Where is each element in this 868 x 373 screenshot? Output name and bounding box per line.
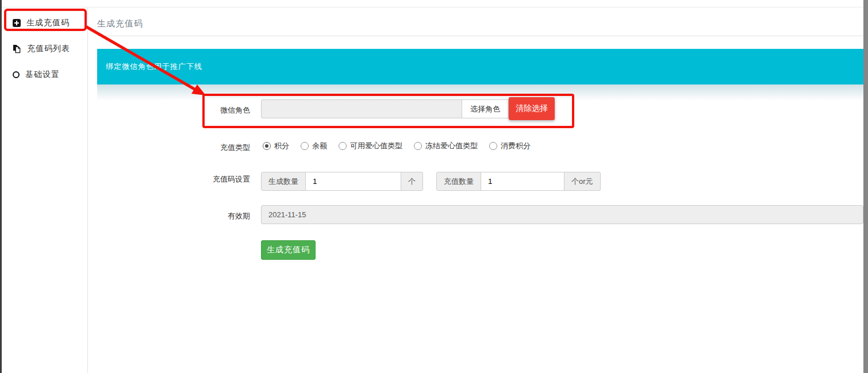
wechat-role-label: 微信角色 [97, 105, 250, 116]
recharge-qty-unit: 个or元 [564, 172, 601, 191]
window-left-edge [0, 0, 2, 373]
radio-option-usable-love-value[interactable]: 可用爱心值类型 [339, 141, 402, 151]
sidebar-item-generate-code[interactable]: 生成充值码 [2, 10, 87, 36]
generate-qty-input[interactable] [305, 172, 401, 191]
scrollbar[interactable] [863, 0, 868, 373]
title-divider [97, 36, 863, 36]
sidebar: 生成充值码 充值码列表 基础设置 [2, 8, 88, 373]
radio-option-points[interactable]: 积分 [263, 141, 289, 151]
generate-qty-unit: 个 [401, 172, 423, 191]
copy-icon [13, 44, 21, 53]
recharge-qty-group: 充值数量 个or元 [436, 172, 601, 191]
sidebar-item-label: 充值码列表 [27, 44, 70, 54]
page-title: 生成充值码 [97, 18, 143, 29]
radio-label: 积分 [274, 141, 289, 151]
validity-label: 有效期 [97, 211, 250, 221]
generate-qty-addon-label: 生成数量 [261, 172, 306, 191]
code-settings-label: 充值码设置 [97, 174, 250, 184]
radio-icon [414, 142, 422, 150]
radio-option-balance[interactable]: 余额 [301, 141, 327, 151]
main-content: 生成充值码 绑定微信角色用于推广下线 微信角色 选择角色 清除选择 充值类型 积… [89, 8, 863, 373]
recharge-qty-addon-label: 充值数量 [436, 172, 481, 191]
validity-date-input[interactable] [261, 205, 863, 224]
recharge-qty-input[interactable] [481, 172, 564, 191]
scrollbar-thumb[interactable] [863, 0, 868, 373]
radio-option-frozen-love-value[interactable]: 冻结爱心值类型 [414, 141, 478, 151]
select-role-button[interactable]: 选择角色 [462, 99, 509, 118]
sidebar-item-label: 基础设置 [25, 70, 60, 80]
circle-icon [13, 71, 20, 78]
top-strip [0, 0, 868, 7]
radio-option-consume-points[interactable]: 消费积分 [489, 141, 531, 151]
radio-label: 可用爱心值类型 [350, 141, 402, 151]
radio-icon [263, 142, 271, 150]
recharge-type-radio-group: 积分 余额 可用爱心值类型 冻结爱心值类型 消费积分 [263, 138, 531, 154]
radio-icon [339, 142, 347, 150]
sidebar-item-basic-settings[interactable]: 基础设置 [2, 61, 87, 87]
banner-shadow [97, 84, 863, 101]
radio-label: 冻结爱心值类型 [425, 141, 478, 151]
radio-icon [489, 142, 497, 150]
plus-square-icon [13, 19, 21, 27]
recharge-type-label: 充值类型 [97, 143, 250, 153]
radio-label: 余额 [312, 141, 327, 151]
generate-qty-group: 生成数量 个 [261, 172, 423, 191]
sidebar-item-label: 生成充值码 [26, 18, 70, 28]
radio-icon [301, 142, 309, 150]
info-banner: 绑定微信角色用于推广下线 [97, 49, 863, 84]
generate-code-button[interactable]: 生成充值码 [261, 240, 316, 260]
sidebar-item-code-list[interactable]: 充值码列表 [2, 36, 87, 61]
radio-label: 消费积分 [501, 141, 531, 151]
clear-selection-button[interactable]: 清除选择 [509, 97, 555, 120]
wechat-role-input[interactable] [261, 99, 462, 118]
